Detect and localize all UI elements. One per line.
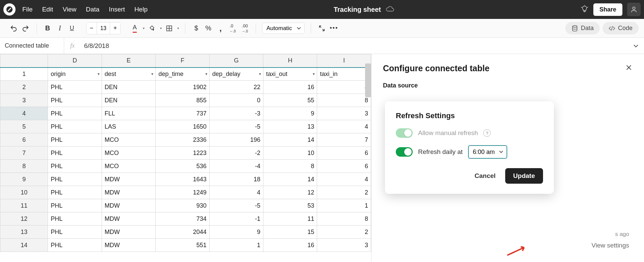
help-icon[interactable]: ? bbox=[483, 129, 491, 137]
data-panel-button[interactable]: Data bbox=[565, 22, 600, 34]
font-size-increase[interactable]: + bbox=[110, 23, 120, 34]
cloud-sync-icon[interactable] bbox=[386, 6, 394, 14]
cell[interactable]: -1 bbox=[209, 212, 263, 226]
col-header[interactable]: G bbox=[209, 54, 263, 68]
chevron-down-icon[interactable]: ▾ bbox=[160, 26, 162, 30]
cell[interactable]: 1223 bbox=[156, 147, 209, 160]
refresh-time-select[interactable]: 6:00 am bbox=[468, 145, 507, 159]
chevron-down-icon[interactable]: ▾ bbox=[98, 72, 100, 76]
cell[interactable]: -5 bbox=[209, 120, 263, 133]
cell[interactable]: 14 bbox=[263, 173, 317, 186]
menu-help[interactable]: Help bbox=[134, 6, 148, 13]
column-header-cell[interactable]: dep_delay▾ bbox=[209, 68, 263, 81]
row-number[interactable]: 10 bbox=[0, 186, 48, 199]
expand-button[interactable] bbox=[317, 24, 327, 33]
fill-color-button[interactable] bbox=[147, 24, 157, 33]
cell[interactable]: 4 bbox=[317, 81, 371, 94]
cell[interactable]: MDW bbox=[102, 212, 155, 226]
cell[interactable]: -2 bbox=[209, 147, 263, 160]
cell[interactable]: PHL bbox=[48, 81, 102, 94]
row-number[interactable]: 6 bbox=[0, 133, 48, 147]
cell[interactable]: 3 bbox=[317, 107, 371, 120]
cell[interactable]: -5 bbox=[209, 199, 263, 212]
font-size-decrease[interactable]: − bbox=[86, 23, 97, 34]
row-number[interactable]: 3 bbox=[0, 94, 48, 107]
cell[interactable]: MDW bbox=[102, 226, 155, 239]
cell[interactable]: 551 bbox=[156, 239, 209, 252]
cell[interactable]: 3 bbox=[317, 239, 371, 252]
share-button[interactable]: Share bbox=[593, 3, 622, 16]
cell[interactable]: 9 bbox=[209, 226, 263, 239]
cell[interactable]: 12 bbox=[263, 186, 317, 199]
menu-edit[interactable]: Edit bbox=[42, 6, 53, 13]
cell[interactable]: PHL bbox=[48, 120, 102, 133]
cell[interactable]: 0 bbox=[209, 94, 263, 107]
borders-button[interactable] bbox=[164, 24, 174, 33]
code-panel-button[interactable]: Code bbox=[602, 22, 639, 34]
cell[interactable]: 6 bbox=[317, 147, 371, 160]
column-header-cell[interactable]: taxi_out▾ bbox=[263, 68, 317, 81]
chevron-down-icon[interactable]: ▾ bbox=[313, 72, 315, 76]
cell[interactable]: 14 bbox=[263, 133, 317, 147]
column-header-cell[interactable]: dep_time▾ bbox=[156, 68, 209, 81]
lightbulb-icon[interactable] bbox=[581, 5, 589, 14]
column-header-cell[interactable]: taxi_in▾ bbox=[317, 68, 371, 81]
cell[interactable]: MDW bbox=[102, 173, 155, 186]
currency-button[interactable]: $ bbox=[191, 24, 201, 33]
cell[interactable]: 1902 bbox=[156, 81, 209, 94]
cell[interactable]: 15 bbox=[263, 226, 317, 239]
cell-reference[interactable]: Connected table bbox=[0, 38, 64, 54]
cell[interactable]: 196 bbox=[209, 133, 263, 147]
column-header-cell[interactable]: dest▾ bbox=[102, 68, 155, 81]
formula-collapse-button[interactable] bbox=[628, 43, 644, 49]
underline-button[interactable]: U bbox=[67, 24, 77, 33]
cell[interactable]: 930 bbox=[156, 199, 209, 212]
app-logo[interactable] bbox=[3, 3, 16, 16]
cell[interactable]: 1650 bbox=[156, 120, 209, 133]
increase-decimal-button[interactable]: .00→.0 bbox=[240, 24, 250, 33]
wrap-mode-select[interactable]: Automatic bbox=[262, 23, 305, 34]
row-number[interactable]: 1 bbox=[0, 68, 48, 81]
cell[interactable]: 8 bbox=[317, 94, 371, 107]
cell[interactable]: 2336 bbox=[156, 133, 209, 147]
cell[interactable]: 2 bbox=[317, 186, 371, 199]
scrollbar-vertical[interactable] bbox=[365, 63, 371, 97]
cell[interactable]: 22 bbox=[209, 81, 263, 94]
row-number[interactable]: 4 bbox=[0, 107, 48, 120]
row-number[interactable]: 5 bbox=[0, 120, 48, 133]
cell[interactable]: 1 bbox=[209, 239, 263, 252]
update-button[interactable]: Update bbox=[505, 168, 543, 184]
menu-file[interactable]: File bbox=[22, 6, 33, 13]
cell[interactable]: DEN bbox=[102, 81, 155, 94]
bold-button[interactable]: B bbox=[43, 24, 52, 33]
chevron-down-icon[interactable]: ▾ bbox=[177, 26, 179, 30]
cell[interactable]: PHL bbox=[48, 133, 102, 147]
font-size-input[interactable] bbox=[97, 23, 110, 34]
column-header-cell[interactable]: origin▾ bbox=[48, 68, 102, 81]
percent-button[interactable]: % bbox=[204, 24, 213, 33]
cell[interactable]: MDW bbox=[102, 239, 155, 252]
document-title[interactable]: Tracking sheet bbox=[334, 6, 381, 14]
cell[interactable]: 6 bbox=[317, 160, 371, 173]
formula-input[interactable] bbox=[81, 38, 628, 54]
cell[interactable]: MCO bbox=[102, 133, 155, 147]
chevron-down-icon[interactable]: ▾ bbox=[259, 72, 261, 76]
cell[interactable]: 2044 bbox=[156, 226, 209, 239]
cell[interactable]: 4 bbox=[209, 186, 263, 199]
row-number[interactable]: 2 bbox=[0, 81, 48, 94]
cell[interactable]: 855 bbox=[156, 94, 209, 107]
allow-manual-refresh-toggle[interactable] bbox=[396, 128, 413, 138]
cell[interactable]: 1 bbox=[317, 199, 371, 212]
cell[interactable]: 18 bbox=[209, 173, 263, 186]
cell[interactable]: -3 bbox=[209, 107, 263, 120]
cell[interactable]: 734 bbox=[156, 212, 209, 226]
chevron-down-icon[interactable]: ▾ bbox=[205, 72, 207, 76]
row-number[interactable]: 9 bbox=[0, 173, 48, 186]
cell[interactable]: LAS bbox=[102, 120, 155, 133]
cell[interactable]: PHL bbox=[48, 212, 102, 226]
cell[interactable]: PHL bbox=[48, 94, 102, 107]
cell[interactable]: DEN bbox=[102, 94, 155, 107]
cell[interactable]: 4 bbox=[317, 120, 371, 133]
row-number[interactable]: 11 bbox=[0, 199, 48, 212]
cancel-button[interactable]: Cancel bbox=[474, 172, 495, 180]
